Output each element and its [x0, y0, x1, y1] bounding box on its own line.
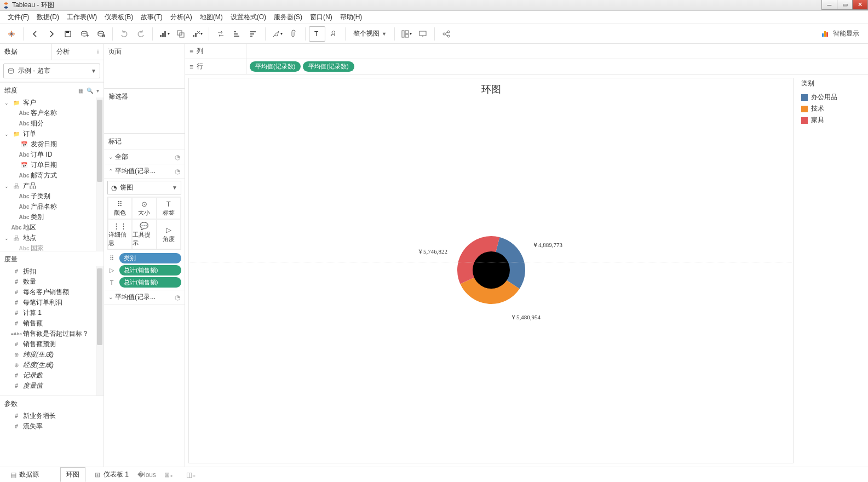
menu-map[interactable]: 地图(M)	[197, 12, 226, 23]
menu-analysis[interactable]: 分析(A)	[167, 12, 196, 23]
dimension-item[interactable]: Abc产品名称	[0, 202, 104, 212]
undo-button[interactable]	[116, 26, 133, 42]
dimension-item[interactable]: ⌄📁客户	[0, 97, 104, 108]
tab-analysis[interactable]: 分析⁞	[51, 44, 104, 60]
dimension-item[interactable]: ⌄品产品	[0, 181, 104, 191]
tableau-home-icon[interactable]	[3, 26, 20, 42]
measure-item[interactable]: #计算 1	[0, 308, 104, 318]
measure-item[interactable]: ⊕经度(生成)	[0, 360, 104, 370]
menu-window[interactable]: 窗口(N)	[307, 12, 336, 23]
save-button[interactable]	[60, 26, 76, 42]
menu-story[interactable]: 故事(T)	[137, 12, 165, 23]
tab-dashboard[interactable]: ⊞仪表板 1	[88, 467, 135, 482]
dimension-item[interactable]: Abc细分	[0, 118, 104, 129]
dimension-item[interactable]: ⌄📁订单	[0, 129, 104, 139]
row-pill-1[interactable]: 平均值(记录数)	[250, 61, 301, 72]
close-button[interactable]: ✕	[852, 0, 868, 10]
sort-asc-button[interactable]	[229, 26, 245, 42]
menu-icon[interactable]: ▾	[96, 88, 99, 94]
mark-label-button[interactable]: T标签	[157, 197, 181, 219]
share-button[interactable]	[438, 26, 455, 42]
dimension-item[interactable]: 📅发货日期	[0, 139, 104, 150]
marks-avg1-row[interactable]: ⌃平均值(记录...◔	[104, 164, 185, 179]
scrollbar-thumb[interactable]	[97, 100, 102, 182]
measure-item[interactable]: ⊕纬度(生成)	[0, 349, 104, 360]
clear-button[interactable]: ▾	[189, 26, 205, 42]
dimension-item[interactable]: Abc邮寄方式	[0, 170, 104, 181]
mark-color-button[interactable]: ⠿颜色	[108, 197, 132, 219]
dimension-item[interactable]: Abc地区	[0, 222, 104, 233]
new-story-button[interactable]: ◫₊	[181, 468, 200, 481]
dimension-item[interactable]: ⌄品地点	[0, 233, 104, 243]
row-pill-2[interactable]: 平均值(记录数)	[303, 61, 354, 72]
mark-angle-button[interactable]: ▷角度	[157, 219, 181, 249]
highlight-button[interactable]: ▾	[269, 26, 285, 42]
rows-shelf[interactable]: 平均值(记录数) 平均值(记录数)	[246, 61, 868, 72]
back-button[interactable]	[27, 26, 43, 42]
redo-button[interactable]	[133, 26, 149, 42]
tab-datasource[interactable]: ▤数据源	[3, 467, 45, 482]
tab-data[interactable]: 数据	[0, 44, 51, 60]
presentation-button[interactable]	[415, 26, 431, 42]
attach-button[interactable]	[285, 26, 302, 42]
param-item[interactable]: #新业务增长	[0, 411, 104, 421]
legend-item[interactable]: 技术	[801, 103, 866, 114]
tab-sheet-active[interactable]: 环图	[60, 467, 85, 482]
dimension-item[interactable]: Abc子类别	[0, 191, 104, 202]
menu-data[interactable]: 数据(D)	[33, 12, 62, 23]
dimension-item[interactable]: Abc订单 ID	[0, 150, 104, 160]
new-dashboard-button[interactable]: ⊞₊	[159, 468, 179, 481]
label-toggle-button[interactable]: T	[309, 26, 325, 42]
newsheet-button[interactable]: ▾	[156, 26, 173, 42]
mark-detail-button[interactable]: ⋮⋮详细信息	[108, 219, 132, 249]
legend-item[interactable]: 办公用品	[801, 91, 866, 103]
dimension-item[interactable]: Abc国家	[0, 243, 104, 251]
duplicate-button[interactable]	[173, 26, 189, 42]
sort-desc-button[interactable]	[245, 26, 262, 42]
scrollbar-thumb[interactable]	[97, 268, 102, 345]
smart-show-button[interactable]: 智能显示	[822, 29, 865, 38]
viz-canvas[interactable]: 环图 ￥4,889,773￥5,480,954￥5,746,822	[188, 78, 794, 463]
mark-pill-sales-angle[interactable]: ▷总计(销售额)	[107, 265, 181, 276]
mark-size-button[interactable]: ⊙大小	[132, 197, 156, 219]
viewby-icon[interactable]: ▦	[78, 88, 83, 94]
search-icon[interactable]: 🔍	[87, 88, 93, 94]
datasource-selector[interactable]: 示例 - 超市▼	[3, 64, 100, 78]
dimension-item[interactable]: Abc类别	[0, 212, 104, 222]
marks-all-row[interactable]: ⌄全部◔	[104, 150, 185, 164]
legend-card[interactable]: 类别 办公用品技术家具	[797, 74, 868, 467]
forward-button[interactable]	[43, 26, 60, 42]
mark-type-dropdown[interactable]: ◔饼图▼	[107, 181, 181, 194]
measure-item[interactable]: #每名客户销售额	[0, 287, 104, 297]
legend-item[interactable]: 家具	[801, 114, 866, 126]
maximize-button[interactable]: ▭	[837, 0, 853, 10]
menu-dashboard[interactable]: 仪表板(B)	[101, 12, 136, 23]
measure-item[interactable]: #数量	[0, 277, 104, 287]
new-worksheet-button[interactable]: �ious	[137, 468, 157, 481]
menu-worksheet[interactable]: 工作表(W)	[64, 12, 100, 23]
marks-avg2-row[interactable]: ⌄平均值(记录...◔	[104, 290, 185, 305]
measure-item[interactable]: =Abc销售额是否超过目标？	[0, 329, 104, 339]
measure-item[interactable]: #销售额预测	[0, 339, 104, 349]
pause-updates-button[interactable]	[93, 26, 109, 42]
dimension-item[interactable]: Abc客户名称	[0, 108, 104, 118]
dimension-item[interactable]: 📅订单日期	[0, 160, 104, 170]
mark-pill-category[interactable]: ⠿类别	[107, 253, 181, 263]
showhide-cards-button[interactable]: ▾	[398, 26, 415, 42]
menu-file[interactable]: 文件(F)	[4, 12, 32, 23]
swap-button[interactable]	[212, 26, 229, 42]
new-datasource-button[interactable]	[76, 26, 93, 42]
param-item[interactable]: #流失率	[0, 421, 104, 432]
measure-item[interactable]: #折扣	[0, 266, 104, 277]
viz-title[interactable]: 环图	[189, 78, 793, 100]
menu-server[interactable]: 服务器(S)	[271, 12, 306, 23]
measure-item[interactable]: #每笔订单利润	[0, 297, 104, 308]
mark-tooltip-button[interactable]: 💬工具提示	[132, 219, 156, 249]
filters-shelf[interactable]: 筛选器	[104, 89, 185, 105]
menu-help[interactable]: 帮助(H)	[337, 12, 366, 23]
pages-shelf[interactable]: 页面	[104, 44, 185, 60]
measure-item[interactable]: #记录数	[0, 370, 104, 381]
fit-dropdown[interactable]: 整个视图▼	[349, 26, 391, 42]
pin-button[interactable]	[325, 26, 342, 42]
measure-item[interactable]: #度量值	[0, 381, 104, 391]
